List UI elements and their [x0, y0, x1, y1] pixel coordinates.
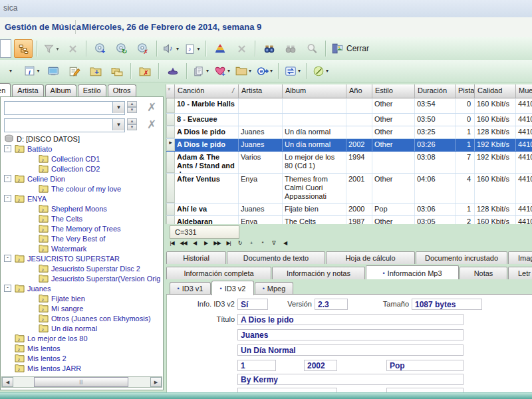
- add-folder-button[interactable]: +: [86, 62, 105, 80]
- nav-filter-button[interactable]: ∇: [269, 239, 279, 247]
- nav-next-button[interactable]: ▶: [201, 239, 211, 247]
- tab-historial[interactable]: Historial: [166, 251, 226, 264]
- nav-last-button[interactable]: ▶|: [223, 239, 233, 247]
- nav-refresh-button[interactable]: ↻: [235, 239, 245, 247]
- refresh-disc-button[interactable]: ↻: [112, 39, 131, 58]
- chevron-down-icon[interactable]: ▼: [112, 102, 124, 113]
- nav-prior-page-button[interactable]: ◀◀: [178, 239, 188, 247]
- tree-item-jesucristo-superstar-version-origina[interactable]: ♪Jesucristo Superstar(Version Origina: [2, 273, 160, 283]
- tab-artista[interactable]: Artista: [12, 84, 43, 96]
- overflow-caret-button[interactable]: ▾: [1, 62, 20, 80]
- play-music-button[interactable]: ♪▾: [162, 39, 180, 58]
- clear-combobox-1-button[interactable]: ✗: [143, 101, 160, 114]
- delete-folder-button[interactable]: ✗: [136, 62, 154, 80]
- tab-letr[interactable]: Letr: [508, 267, 532, 279]
- tree-item-lo-mejor-de-los-80[interactable]: ♪Lo mejor de los 80: [2, 333, 160, 343]
- tab-documento-de-texto[interactable]: Documento de texto: [227, 251, 325, 264]
- table-row[interactable]: ▸A Dios le pidoJuanesUn día normal2002Ot…: [166, 139, 532, 152]
- tree-expander-icon[interactable]: -: [4, 285, 11, 292]
- table-row[interactable]: 10 - Marble HallsOther03:540160 Kbit/s44…: [166, 98, 532, 114]
- tree-item-the-very-best-of[interactable]: ♪The Very Best of: [2, 233, 160, 243]
- tree-item-the-memory-of-trees[interactable]: ♪The Memory of Trees: [2, 223, 160, 233]
- column-header-a-o[interactable]: Año: [346, 84, 372, 98]
- folders-button[interactable]: [108, 62, 126, 80]
- spin-down-icon[interactable]: ▼: [127, 124, 137, 130]
- nav-insert-button[interactable]: +: [246, 239, 256, 247]
- column-header-artista[interactable]: Artista: [239, 84, 283, 98]
- music-file-button[interactable]: ♪▾: [183, 39, 201, 58]
- tree-item-watermark[interactable]: ♪Watermark: [2, 243, 160, 253]
- monitor-button[interactable]: [44, 62, 63, 80]
- tree-item-un-d-a-normal[interactable]: ♪Un día normal: [2, 323, 160, 333]
- comment-field[interactable]: By Kermy: [237, 374, 464, 385]
- tree-item-d-disco-datos[interactable]: D: [DISCO DATOS]: [2, 134, 160, 144]
- tree-item-collection-cd1[interactable]: ♪Collection CD1: [2, 154, 160, 164]
- tree-item-the-celts[interactable]: ♪The Celts: [2, 213, 160, 223]
- tree-item-mi-sangre[interactable]: ♪Mi sangre: [2, 303, 160, 313]
- tree-item-collection-cd2[interactable]: ♪Collection CD2: [2, 164, 160, 174]
- column-header-pista[interactable]: Pista: [456, 84, 475, 98]
- export-button[interactable]: e▾: [255, 62, 274, 80]
- tab-documento-incrustado[interactable]: Documento incrustado: [416, 251, 507, 264]
- tree-item-mis-lentos-2[interactable]: ♪Mis lentos 2: [2, 353, 160, 363]
- column-header-estilo[interactable]: Estilo: [372, 84, 415, 98]
- tree-item-the-colour-of-my-love[interactable]: ♪The colour of my love: [2, 184, 160, 194]
- scrollbar-thumb[interactable]: |||: [34, 377, 128, 387]
- tab-imag[interactable]: Imag: [508, 251, 532, 264]
- hat-button[interactable]: [164, 62, 182, 80]
- tree-expander-icon[interactable]: -: [4, 145, 11, 152]
- title-field[interactable]: A Dios le pido: [237, 314, 464, 325]
- tab-nen[interactable]: nen: [0, 83, 11, 96]
- table-row[interactable]: AldebaranEnyaThe Celts1987Other03:052160…: [166, 216, 532, 224]
- info-id3v2-field[interactable]: Sí: [237, 299, 268, 310]
- tree-expander-icon[interactable]: -: [4, 255, 11, 262]
- tab-album[interactable]: Album: [45, 84, 76, 96]
- pen-button[interactable]: ▾: [311, 62, 330, 80]
- tree-item-battiato[interactable]: -♪Battiato: [2, 144, 160, 154]
- nav-first-button[interactable]: |◀: [167, 239, 177, 247]
- tab-informaci-n-completa[interactable]: Información completa: [166, 267, 271, 279]
- version-field[interactable]: 2.3: [315, 299, 348, 310]
- copies-button[interactable]: ▾: [192, 62, 210, 80]
- blank-partial-button[interactable]: [0, 39, 11, 58]
- tab-id3-v2[interactable]: •ID3 v2: [211, 281, 254, 295]
- spinner-2[interactable]: ▲ ▼: [127, 118, 137, 131]
- table-row[interactable]: A Dios le pidoJuanesUn día normalOther03…: [166, 126, 532, 139]
- table-row[interactable]: Adam & The Ants / Stand and deVariosLo m…: [166, 152, 532, 174]
- stats-button[interactable]: [211, 39, 229, 58]
- tab-estilo[interactable]: Estilo: [78, 84, 106, 96]
- tree-item-celine-dion[interactable]: -♪Celine Dion: [2, 174, 160, 184]
- table-row[interactable]: After VentusEnyaThemes from Calmi Cuori …: [166, 174, 532, 203]
- tree-view-button[interactable]: [14, 39, 33, 58]
- column-header-calidad[interactable]: Calidad: [475, 84, 516, 98]
- tree-expander-icon[interactable]: -: [4, 175, 11, 182]
- search-button[interactable]: [260, 39, 279, 58]
- nav-prior-button[interactable]: ◀: [190, 239, 200, 247]
- filter-combobox-2[interactable]: ▼: [4, 118, 125, 132]
- clear-combobox-2-button[interactable]: ✗: [143, 118, 160, 131]
- tree-item-juanes[interactable]: -♪Juanes: [2, 283, 160, 293]
- tree-item-jesucristo-superstar-disc-2[interactable]: ♪Jesucristo Superstar Disc 2: [2, 263, 160, 273]
- spinner-1[interactable]: ▲ ▼: [127, 101, 137, 114]
- tree-item-mis-lentos[interactable]: ♪Mis lentos: [2, 343, 160, 353]
- column-header-muestr[interactable]: Muestr: [516, 84, 532, 98]
- delete-disc-button[interactable]: ✗: [134, 39, 152, 58]
- album-field[interactable]: Un Día Normal: [237, 344, 464, 356]
- scroll-left-icon[interactable]: ◀: [2, 377, 13, 387]
- track-field[interactable]: 1: [237, 360, 276, 371]
- year-field[interactable]: 2002: [304, 360, 337, 371]
- column-header-duraci-n[interactable]: Duración: [415, 84, 456, 98]
- tree-item-mis-lentos-jarr[interactable]: ♪Mis lentos JARR: [2, 363, 160, 373]
- tab-mpeg[interactable]: •Mpeg: [255, 282, 293, 295]
- table-row[interactable]: 8 - EvacueeOther03:500160 Kbit/s44100: [166, 114, 532, 126]
- tab-otros[interactable]: Otros: [108, 84, 136, 96]
- nav-next-page-button[interactable]: ▶▶: [212, 239, 222, 247]
- tree-expander-icon[interactable]: -: [4, 195, 11, 202]
- spin-up-icon[interactable]: ▲: [127, 118, 137, 124]
- filter-combobox-1[interactable]: ▼: [4, 101, 125, 115]
- genre-field[interactable]: Pop: [386, 360, 464, 371]
- favorites-button[interactable]: +▾: [213, 62, 231, 80]
- tab-informaci-n-mp3[interactable]: •Información Mp3: [366, 265, 459, 279]
- spin-up-icon[interactable]: ▲: [127, 101, 137, 107]
- tree-item-fijate-bien[interactable]: ♪Fijate bien: [2, 293, 160, 303]
